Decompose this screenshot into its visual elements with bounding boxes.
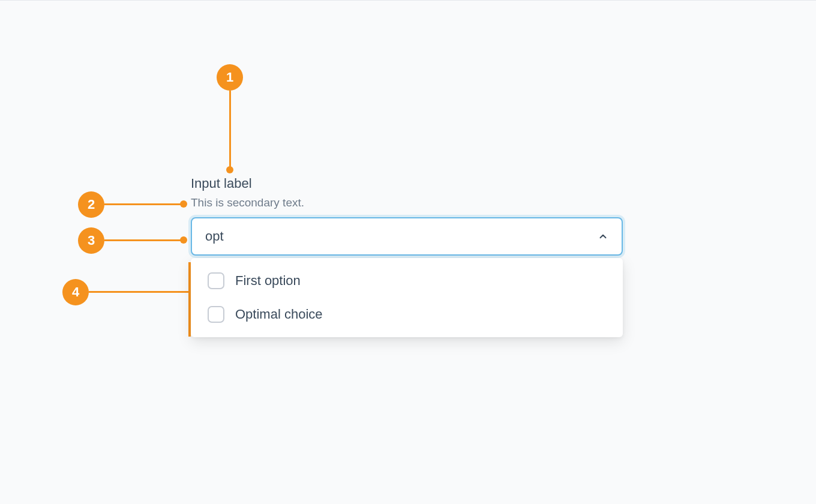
annotation-marker-1: 1 — [217, 64, 243, 91]
annotation-line-4 — [89, 291, 188, 293]
annotation-line-1 — [229, 91, 231, 167]
input-label: Input label — [191, 176, 623, 191]
annotation-marker-4: 4 — [62, 279, 89, 305]
annotation-marker-3: 3 — [78, 227, 104, 254]
annotation-marker-2: 2 — [78, 191, 104, 218]
annotation-line-2 — [104, 203, 181, 205]
combobox-field: Input label This is secondary text. Firs… — [191, 176, 623, 337]
secondary-text: This is secondary text. — [191, 196, 623, 210]
combobox-input-wrapper[interactable] — [191, 217, 623, 256]
annotation-endpoint-1 — [226, 166, 233, 173]
option-label: First option — [235, 273, 301, 289]
combobox-option[interactable]: Optimal choice — [191, 298, 623, 331]
diagram-stage: 1 2 3 4 Input label This is secondary te… — [0, 1, 816, 504]
chevron-up-icon[interactable] — [598, 231, 608, 242]
combobox-option[interactable]: First option — [191, 264, 623, 298]
combobox-input[interactable] — [205, 229, 565, 244]
annotation-line-3 — [104, 239, 181, 241]
combobox-listbox: First option Optimal choice — [191, 258, 623, 337]
annotation-endpoint-2 — [180, 200, 187, 208]
checkbox-icon[interactable] — [208, 272, 224, 289]
option-label: Optimal choice — [235, 307, 323, 322]
checkbox-icon[interactable] — [208, 306, 224, 323]
annotation-endpoint-3 — [180, 236, 187, 244]
